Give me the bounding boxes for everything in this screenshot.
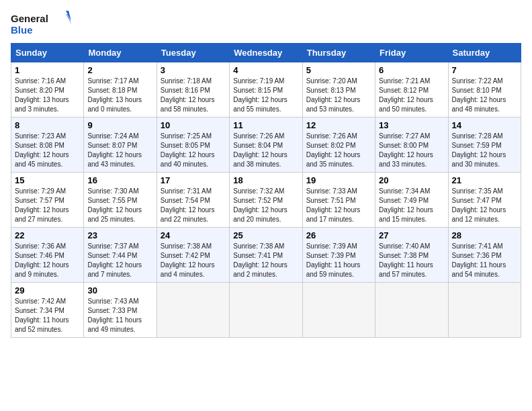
day-number: 24	[161, 230, 226, 240]
day-number: 17	[161, 175, 226, 185]
calendar-week-row: 22Sunrise: 7:36 AMSunset: 7:46 PMDayligh…	[11, 228, 521, 283]
day-number: 30	[87, 285, 152, 295]
day-number: 29	[15, 285, 80, 295]
calendar-cell: 16Sunrise: 7:30 AMSunset: 7:55 PMDayligh…	[84, 173, 157, 228]
calendar-cell: 20Sunrise: 7:34 AMSunset: 7:49 PMDayligh…	[375, 173, 448, 228]
day-number: 15	[15, 175, 80, 185]
day-info: Sunrise: 7:30 AMSunset: 7:55 PMDaylight:…	[87, 187, 152, 224]
day-info: Sunrise: 7:16 AMSunset: 8:20 PMDaylight:…	[15, 77, 80, 114]
day-number: 20	[379, 175, 444, 185]
day-info: Sunrise: 7:18 AMSunset: 8:16 PMDaylight:…	[161, 77, 226, 114]
day-number: 6	[379, 65, 444, 75]
calendar-cell: 6Sunrise: 7:21 AMSunset: 8:12 PMDaylight…	[375, 62, 448, 118]
calendar-cell: 8Sunrise: 7:23 AMSunset: 8:08 PMDaylight…	[11, 118, 84, 173]
weekday-header-monday: Monday	[84, 44, 157, 62]
calendar-week-row: 15Sunrise: 7:29 AMSunset: 7:57 PMDayligh…	[11, 173, 521, 228]
calendar-cell: 30Sunrise: 7:43 AMSunset: 7:33 PMDayligh…	[84, 283, 157, 338]
calendar-cell	[157, 283, 229, 338]
day-info: Sunrise: 7:35 AMSunset: 7:47 PMDaylight:…	[452, 187, 517, 224]
day-info: Sunrise: 7:25 AMSunset: 8:05 PMDaylight:…	[161, 132, 226, 169]
svg-text:Blue: Blue	[11, 24, 33, 36]
calendar-cell: 29Sunrise: 7:42 AMSunset: 7:34 PMDayligh…	[11, 283, 84, 338]
weekday-header-friday: Friday	[375, 44, 448, 62]
day-info: Sunrise: 7:26 AMSunset: 8:04 PMDaylight:…	[233, 132, 298, 169]
calendar-cell: 2Sunrise: 7:17 AMSunset: 8:18 PMDaylight…	[84, 62, 157, 118]
weekday-header-saturday: Saturday	[448, 44, 521, 62]
calendar-cell: 23Sunrise: 7:37 AMSunset: 7:44 PMDayligh…	[84, 228, 157, 283]
day-info: Sunrise: 7:27 AMSunset: 8:00 PMDaylight:…	[379, 132, 444, 169]
day-number: 8	[15, 120, 80, 130]
day-number: 13	[379, 120, 444, 130]
calendar-cell: 10Sunrise: 7:25 AMSunset: 8:05 PMDayligh…	[157, 118, 229, 173]
calendar-cell: 17Sunrise: 7:31 AMSunset: 7:54 PMDayligh…	[157, 173, 229, 228]
day-info: Sunrise: 7:26 AMSunset: 8:02 PMDaylight:…	[306, 132, 371, 169]
day-info: Sunrise: 7:23 AMSunset: 8:08 PMDaylight:…	[15, 132, 80, 169]
calendar-table: SundayMondayTuesdayWednesdayThursdayFrid…	[11, 43, 521, 338]
calendar-cell: 4Sunrise: 7:19 AMSunset: 8:15 PMDaylight…	[230, 62, 302, 118]
day-info: Sunrise: 7:28 AMSunset: 7:59 PMDaylight:…	[452, 132, 517, 169]
day-info: Sunrise: 7:21 AMSunset: 8:12 PMDaylight:…	[379, 77, 444, 114]
day-info: Sunrise: 7:29 AMSunset: 7:57 PMDaylight:…	[15, 187, 80, 224]
calendar-cell: 26Sunrise: 7:39 AMSunset: 7:39 PMDayligh…	[302, 228, 375, 283]
page-header: General Blue	[11, 11, 521, 36]
calendar-week-row: 29Sunrise: 7:42 AMSunset: 7:34 PMDayligh…	[11, 283, 521, 338]
weekday-header-row: SundayMondayTuesdayWednesdayThursdayFrid…	[11, 44, 521, 62]
calendar-cell	[230, 283, 302, 338]
day-number: 11	[233, 120, 298, 130]
logo: General Blue	[11, 11, 71, 36]
day-number: 26	[306, 230, 371, 240]
day-number: 3	[161, 65, 226, 75]
day-number: 23	[87, 230, 152, 240]
weekday-header-sunday: Sunday	[11, 44, 84, 62]
day-number: 7	[452, 65, 517, 75]
weekday-header-tuesday: Tuesday	[157, 44, 229, 62]
calendar-cell: 9Sunrise: 7:24 AMSunset: 8:07 PMDaylight…	[84, 118, 157, 173]
day-number: 12	[306, 120, 371, 130]
svg-text:General: General	[11, 13, 48, 24]
calendar-cell	[375, 283, 448, 338]
calendar-cell: 5Sunrise: 7:20 AMSunset: 8:13 PMDaylight…	[302, 62, 375, 118]
day-info: Sunrise: 7:34 AMSunset: 7:49 PMDaylight:…	[379, 187, 444, 224]
day-info: Sunrise: 7:38 AMSunset: 7:41 PMDaylight:…	[233, 242, 298, 279]
calendar-cell: 1Sunrise: 7:16 AMSunset: 8:20 PMDaylight…	[11, 62, 84, 118]
day-info: Sunrise: 7:39 AMSunset: 7:39 PMDaylight:…	[306, 242, 371, 279]
day-info: Sunrise: 7:32 AMSunset: 7:52 PMDaylight:…	[233, 187, 298, 224]
day-number: 22	[15, 230, 80, 240]
calendar-cell: 15Sunrise: 7:29 AMSunset: 7:57 PMDayligh…	[11, 173, 84, 228]
day-number: 25	[233, 230, 298, 240]
day-number: 16	[87, 175, 152, 185]
logo-svg: General Blue	[11, 11, 71, 36]
day-number: 2	[87, 65, 152, 75]
calendar-cell: 24Sunrise: 7:38 AMSunset: 7:42 PMDayligh…	[157, 228, 229, 283]
day-info: Sunrise: 7:43 AMSunset: 7:33 PMDaylight:…	[87, 297, 152, 334]
day-info: Sunrise: 7:24 AMSunset: 8:07 PMDaylight:…	[87, 132, 152, 169]
calendar-cell	[448, 283, 521, 338]
calendar-cell: 3Sunrise: 7:18 AMSunset: 8:16 PMDaylight…	[157, 62, 229, 118]
calendar-cell: 28Sunrise: 7:41 AMSunset: 7:36 PMDayligh…	[448, 228, 521, 283]
day-info: Sunrise: 7:19 AMSunset: 8:15 PMDaylight:…	[233, 77, 298, 114]
day-number: 27	[379, 230, 444, 240]
calendar-week-row: 8Sunrise: 7:23 AMSunset: 8:08 PMDaylight…	[11, 118, 521, 173]
day-number: 28	[452, 230, 517, 240]
day-info: Sunrise: 7:22 AMSunset: 8:10 PMDaylight:…	[452, 77, 517, 114]
calendar-cell: 18Sunrise: 7:32 AMSunset: 7:52 PMDayligh…	[230, 173, 302, 228]
day-info: Sunrise: 7:20 AMSunset: 8:13 PMDaylight:…	[306, 77, 371, 114]
weekday-header-wednesday: Wednesday	[230, 44, 302, 62]
day-number: 21	[452, 175, 517, 185]
day-info: Sunrise: 7:41 AMSunset: 7:36 PMDaylight:…	[452, 242, 517, 279]
calendar-cell: 19Sunrise: 7:33 AMSunset: 7:51 PMDayligh…	[302, 173, 375, 228]
calendar-cell	[302, 283, 375, 338]
day-number: 1	[15, 65, 80, 75]
calendar-week-row: 1Sunrise: 7:16 AMSunset: 8:20 PMDaylight…	[11, 62, 521, 118]
day-number: 18	[233, 175, 298, 185]
calendar-cell: 7Sunrise: 7:22 AMSunset: 8:10 PMDaylight…	[448, 62, 521, 118]
calendar-cell: 25Sunrise: 7:38 AMSunset: 7:41 PMDayligh…	[230, 228, 302, 283]
calendar-cell: 13Sunrise: 7:27 AMSunset: 8:00 PMDayligh…	[375, 118, 448, 173]
calendar-cell: 11Sunrise: 7:26 AMSunset: 8:04 PMDayligh…	[230, 118, 302, 173]
calendar-cell: 12Sunrise: 7:26 AMSunset: 8:02 PMDayligh…	[302, 118, 375, 173]
day-info: Sunrise: 7:38 AMSunset: 7:42 PMDaylight:…	[161, 242, 226, 279]
calendar-cell: 14Sunrise: 7:28 AMSunset: 7:59 PMDayligh…	[448, 118, 521, 173]
day-info: Sunrise: 7:17 AMSunset: 8:18 PMDaylight:…	[87, 77, 152, 114]
day-number: 9	[87, 120, 152, 130]
day-info: Sunrise: 7:33 AMSunset: 7:51 PMDaylight:…	[306, 187, 371, 224]
